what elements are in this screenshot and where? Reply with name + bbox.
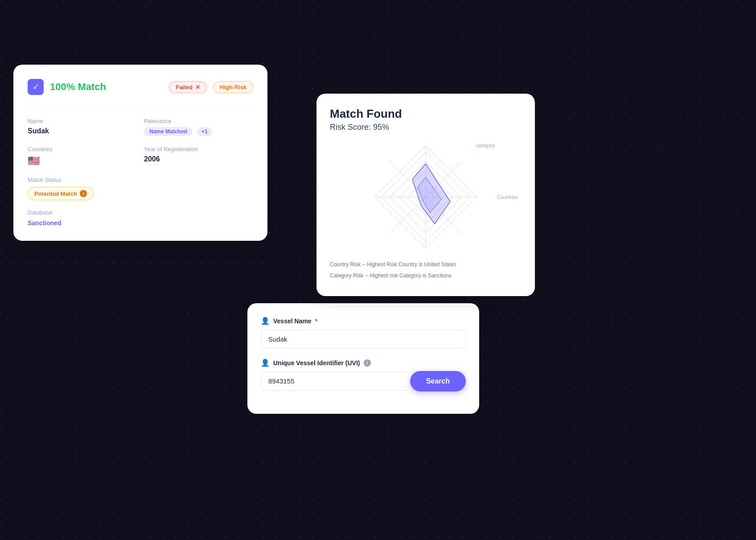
match-found-card: Match Found Risk Score: 95% category Cou… (316, 94, 535, 296)
relevance-tags: Name Matched +1 (144, 127, 253, 136)
info-grid: Name Sudak Relevance Name Matched +1 Cou… (28, 118, 253, 167)
relevance-plus: +1 (197, 127, 212, 136)
search-button[interactable]: Search (410, 371, 466, 392)
check-icon: ✓ (28, 79, 44, 95)
radar-chart: category Countries (330, 139, 522, 255)
uvi-label: 👤 Unique Vessel Identifier (UVI) i (261, 359, 466, 367)
name-matched-tag: Name Matched (144, 127, 193, 136)
match-result-card: ✓ 100% Match Failed ✕ High Risk Name Sud… (13, 65, 267, 241)
name-label: Name (28, 118, 137, 124)
sanctioned-badge: Sanctioned (28, 219, 253, 227)
radar-countries-label: Countries (497, 194, 518, 200)
potential-match-info-icon[interactable]: i (80, 190, 87, 197)
match-found-title: Match Found (330, 107, 522, 121)
divider (28, 107, 253, 108)
high-risk-badge: High Risk (213, 81, 253, 93)
risk-info: Country Risk -- Highest Risk Country is … (330, 260, 522, 280)
country-risk-text: Country Risk -- Highest Risk Country is … (330, 260, 522, 269)
relevance-label: Relevance (144, 118, 253, 124)
radar-category-label: category (476, 143, 495, 148)
relevance-field: Relevance Name Matched +1 (144, 118, 253, 136)
risk-score: Risk Score: 95% (330, 123, 522, 132)
uvi-info-icon[interactable]: i (364, 359, 371, 367)
uvi-icon: 👤 (261, 359, 270, 367)
match-percent: 100% Match (50, 81, 163, 93)
country-flag: 🇺🇸 (28, 155, 137, 167)
year-field: Year of Registeration 2006 (144, 146, 253, 167)
required-star: * (315, 317, 317, 325)
countries-label: Countries (28, 146, 137, 153)
failed-badge: Failed ✕ (169, 81, 207, 93)
vessel-icon: 👤 (261, 317, 270, 325)
year-label: Year of Registeration (144, 146, 253, 153)
name-value: Sudak (28, 127, 137, 135)
vessel-name-label: 👤 Vessel Name * (261, 317, 466, 325)
countries-field: Countries 🇺🇸 (28, 146, 137, 167)
search-form-card: 👤 Vessel Name * 👤 Unique Vessel Identifi… (247, 303, 479, 414)
vessel-name-field: 👤 Vessel Name * (261, 317, 466, 349)
category-risk-text: Category Risk -- Highest risk Category i… (330, 272, 522, 280)
card-header: ✓ 100% Match Failed ✕ High Risk (28, 79, 253, 95)
potential-match-badge: Potential Match i (28, 187, 94, 200)
x-icon: ✕ (195, 84, 200, 91)
database-label: Database (28, 209, 253, 216)
year-value: 2006 (144, 155, 253, 163)
vessel-name-input[interactable] (261, 330, 466, 349)
match-status-label: Match Status (28, 177, 253, 183)
name-field: Name Sudak (28, 118, 137, 136)
